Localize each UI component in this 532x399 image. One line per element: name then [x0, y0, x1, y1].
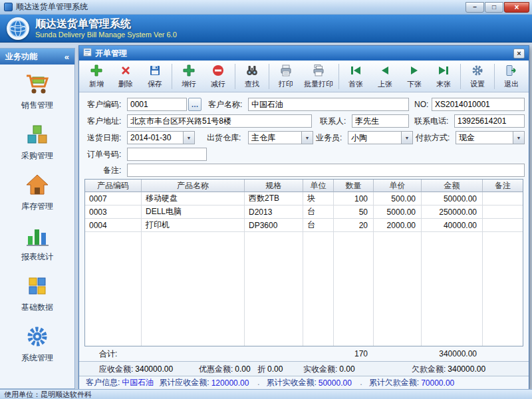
bill-no-field[interactable] [432, 98, 525, 111]
column-header[interactable]: 单价 [374, 180, 422, 192]
dot-separator: ． [254, 377, 262, 388]
toolbar-button-next[interactable]: 下张 [400, 62, 429, 91]
amount-summary: 应收金额:340000.00 优惠金额:0.00 折0.00 实收金额:0.00… [79, 361, 529, 376]
remark-field[interactable] [127, 164, 525, 177]
customer-info-label: 客户信息: [86, 377, 120, 388]
table-row[interactable]: 0004 打印机 DP3600 台 20 2000.00 40000.00 [85, 219, 523, 232]
app-window: 顺达送货单管理系统 顺达送货单管理系统 Sunda Delivery Bill … [0, 0, 532, 399]
billing-dialog: 开单管理 新增 删除 [78, 45, 529, 390]
globe-logo-icon [7, 17, 29, 40]
window-controls [465, 2, 529, 13]
warehouse-icon [24, 170, 51, 200]
sidebar-item-sales[interactable]: 销售管理 [0, 65, 74, 115]
order-no-field[interactable] [127, 148, 207, 161]
payment-select[interactable]: 现金 [456, 131, 525, 144]
customer-name-label: 客户名称: [208, 98, 242, 111]
sidebar-item-label: 基础数据 [21, 302, 53, 313]
close-button[interactable] [504, 2, 529, 13]
contact-label: 联系人: [320, 114, 346, 128]
toolbar-button-delete[interactable]: 删除 [111, 62, 140, 91]
collapse-icon[interactable]: « [65, 52, 69, 62]
sidebar-item-label: 销售管理 [21, 100, 53, 111]
contact-field[interactable] [352, 114, 409, 128]
toolbar-button-settings[interactable]: 设置 [463, 62, 492, 91]
toolbar-button-add-row[interactable]: 增行 [174, 62, 203, 91]
column-header[interactable]: 备注 [483, 180, 523, 192]
salesman-label: 业务员: [316, 131, 342, 144]
product-table: 产品编码 产品名称 规格 单位 数量 单价 金额 备注 0007 移动硬盘 西数… [84, 179, 523, 346]
phone-label: 联系电话: [414, 114, 448, 128]
sidebar-item-label: 报表统计 [21, 251, 53, 263]
batch-print-icon [312, 64, 325, 78]
chevron-down-icon[interactable] [183, 132, 194, 144]
dialog-toolbar: 新增 删除 保存 [79, 61, 529, 92]
warehouse-label: 出货仓库: [207, 131, 241, 144]
print-icon [279, 64, 293, 78]
exit-icon [505, 64, 518, 78]
toolbar-button-batch-print[interactable]: 批量打印 [301, 62, 336, 91]
toolbar-button-print[interactable]: 打印 [271, 62, 301, 91]
add-icon [90, 64, 103, 78]
totals-row: 合计: 170 340000.00 [84, 346, 523, 361]
toolbar-button-save[interactable]: 保存 [140, 62, 170, 91]
table-header-row: 产品编码 产品名称 规格 单位 数量 单价 金额 备注 [85, 180, 523, 192]
customer-code-field[interactable] [127, 98, 187, 111]
table-row[interactable]: 0007 移动硬盘 西数2TB 块 100 500.00 50000.00 [85, 192, 523, 205]
remark-label: 备注: [103, 164, 121, 177]
chevron-down-icon[interactable] [301, 132, 313, 144]
sidebar-item-reports[interactable]: 报表统计 [0, 216, 74, 267]
sidebar-item-system[interactable]: 系统管理 [0, 317, 74, 368]
total-quantity: 170 [333, 346, 373, 361]
phone-field[interactable] [454, 114, 525, 128]
toolbar-button-first[interactable]: 首张 [341, 62, 370, 91]
boxes-icon [24, 120, 51, 149]
chevron-down-icon[interactable] [513, 132, 524, 144]
discount-rate: 折0.00 [257, 362, 283, 376]
column-header[interactable]: 金额 [422, 180, 483, 192]
sidebar: 业务功能 « 销售管理 [0, 48, 75, 389]
delivery-date-label: 送货日期: [87, 131, 121, 144]
table-row[interactable]: 0003 DELL电脑 D2013 台 50 5000.00 250000.00 [85, 205, 523, 219]
header-titles: 顺达送货单管理系统 Sunda Delivery Bill Manage Sys… [35, 18, 177, 39]
order-no-label: 订单号码: [87, 148, 121, 161]
toolbar-button-new[interactable]: 新增 [82, 62, 111, 91]
column-header[interactable]: 产品名称 [142, 180, 245, 192]
bill-no-label: NO: [414, 98, 428, 111]
header-subtitle: Sunda Delivery Bill Manage System Ver 6.… [35, 30, 177, 39]
column-header[interactable]: 数量 [334, 180, 374, 192]
toolbar-separator [494, 64, 495, 89]
toolbar-button-search[interactable]: 查找 [237, 62, 267, 91]
workspace: 业务功能 « 销售管理 [0, 43, 532, 389]
customer-code-label: 客户编码: [87, 98, 121, 111]
warehouse-select[interactable]: 主仓库 [248, 131, 313, 144]
window-titlebar[interactable]: 顺达送货单管理系统 [0, 0, 532, 15]
sidebar-item-inventory[interactable]: 库存管理 [0, 166, 74, 216]
column-header[interactable]: 规格 [245, 180, 303, 192]
bar-chart-icon [24, 221, 51, 250]
salesman-select[interactable]: 小陶 [348, 131, 413, 144]
toolbar-button-exit[interactable]: 退出 [497, 62, 526, 91]
sidebar-item-label: 采购管理 [21, 150, 53, 162]
dialog-close-button[interactable] [513, 49, 525, 59]
delivery-date-picker[interactable]: 2014-01-30 [127, 131, 195, 144]
maximize-button[interactable] [485, 2, 503, 13]
sidebar-item-basedata[interactable]: 基础数据 [0, 267, 74, 317]
column-header[interactable]: 单位 [303, 180, 334, 192]
payment-label: 付款方式: [416, 131, 450, 144]
toolbar-separator [235, 64, 235, 89]
chevron-down-icon[interactable] [401, 132, 412, 144]
dialog-titlebar[interactable]: 开单管理 [79, 46, 529, 61]
toolbar-button-prev[interactable]: 上张 [370, 62, 400, 91]
minimize-button[interactable] [466, 2, 484, 13]
last-icon [437, 64, 450, 78]
dialog-title: 开单管理 [95, 48, 127, 59]
customer-name-field[interactable] [248, 98, 409, 111]
toolbar-button-remove-row[interactable]: 减行 [203, 62, 233, 91]
customer-lookup-button[interactable] [188, 98, 201, 111]
column-header[interactable]: 产品编码 [85, 180, 142, 192]
address-field[interactable] [127, 114, 312, 128]
form-icon [83, 48, 92, 59]
sidebar-header[interactable]: 业务功能 « [0, 49, 74, 65]
sidebar-item-purchase[interactable]: 采购管理 [0, 115, 74, 166]
toolbar-button-last[interactable]: 末张 [429, 62, 458, 91]
